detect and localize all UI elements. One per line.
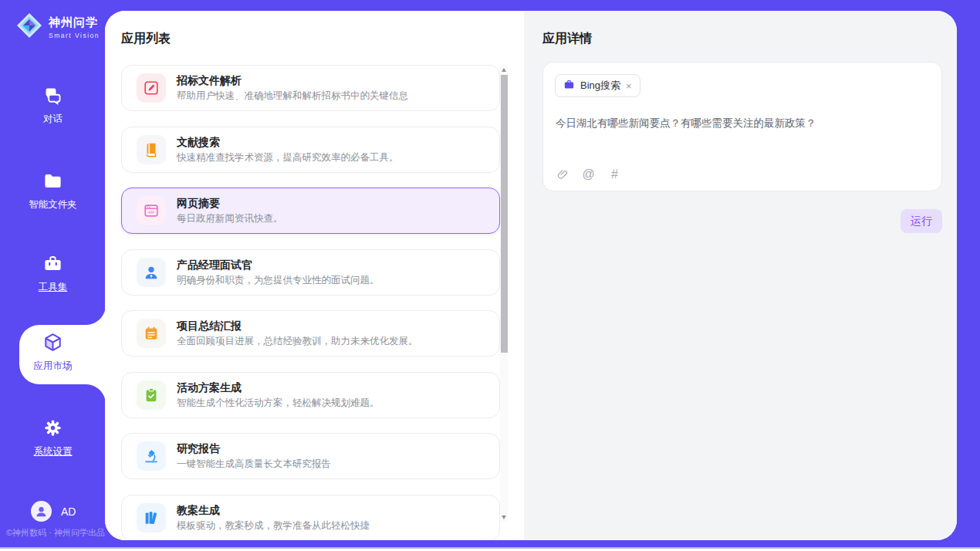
scroll-down-arrow[interactable] — [500, 512, 508, 522]
browser-code-icon: </> — [137, 196, 166, 225]
scroll-up-arrow[interactable] — [500, 65, 508, 74]
sidebar-item-smart-folder[interactable]: 智能文件夹 — [0, 171, 106, 211]
scrollbar-thumb[interactable] — [501, 75, 508, 353]
app-item-desc: 明确身份和职责，为您提供专业性的面试问题。 — [177, 276, 380, 286]
app-item-name: 活动方案生成 — [177, 382, 380, 393]
avatar — [31, 501, 52, 522]
calendar-icon — [137, 319, 166, 348]
folder-icon — [42, 171, 63, 191]
sidebar-item-label: 工具集 — [0, 281, 106, 294]
app-item-name: 招标文件解析 — [177, 75, 408, 86]
sidebar-item-label: 应用市场 — [0, 360, 106, 373]
sidebar-item-app-market[interactable]: 应用市场 — [0, 332, 106, 373]
app-detail-panel: 应用详情 Bing搜索 × 今日湖北有哪些新闻要点？有哪些需要关注的最新政策？ — [524, 11, 957, 540]
paperclip-icon[interactable] — [556, 167, 569, 181]
app-list-scrollbar[interactable] — [500, 65, 508, 522]
clipboard-check-icon — [137, 380, 166, 410]
sidebar: 神州问学 Smart Vision 对话 智能文件夹 — [0, 0, 106, 547]
svg-text:</>: </> — [148, 210, 155, 215]
brand-logo: 神州问学 Smart Vision — [15, 12, 100, 42]
tool-tag-label: Bing搜索 — [580, 79, 620, 93]
microscope-icon — [137, 441, 166, 471]
app-item-desc: 模板驱动，教案秒成，教学准备从此轻松快捷 — [177, 521, 370, 531]
run-button[interactable]: 运行 — [901, 209, 942, 233]
app-item-project-report[interactable]: 项目总结汇报 全面回顾项目进展，总结经验教训，助力未来优化发展。 — [121, 310, 500, 357]
app-list-title: 应用列表 — [121, 31, 171, 47]
chat-icon — [42, 85, 63, 106]
prompt-card: Bing搜索 × 今日湖北有哪些新闻要点？有哪些需要关注的最新政策？ @ # — [542, 62, 942, 191]
sidebar-item-label: 智能文件夹 — [0, 198, 106, 211]
app-item-desc: 全面回顾项目进展，总结经验教训，助力未来优化发展。 — [177, 336, 418, 346]
main-content: 应用列表 招标文件解析 帮助用户快速、准确地理解和解析招标书中的关键信息 — [105, 11, 957, 540]
sidebar-item-label: 系统设置 — [0, 445, 106, 458]
gear-icon — [42, 417, 63, 438]
books-icon — [137, 503, 166, 532]
app-item-name: 项目总结汇报 — [177, 320, 418, 331]
app-item-name: 研究报告 — [177, 443, 331, 454]
app-item-bid-analysis[interactable]: 招标文件解析 帮助用户快速、准确地理解和解析招标书中的关键信息 — [121, 65, 500, 111]
app-list-panel: 应用列表 招标文件解析 帮助用户快速、准确地理解和解析招标书中的关键信息 — [105, 11, 524, 540]
app-item-name: 产品经理面试官 — [177, 259, 380, 270]
tool-tag-bing-search[interactable]: Bing搜索 × — [555, 74, 640, 97]
brand-name: 神州问学 — [49, 15, 100, 30]
brand-subtitle: Smart Vision — [49, 32, 100, 39]
book-icon — [137, 135, 166, 164]
sidebar-item-toolset[interactable]: 工具集 — [0, 253, 106, 294]
app-item-desc: 快速精准查找学术资源，提高研究效率的必备工具。 — [177, 153, 399, 163]
app-item-desc: 一键智能生成高质量长文本研究报告 — [177, 459, 331, 469]
user-account[interactable]: AD — [31, 501, 76, 522]
user-initials: AD — [61, 505, 76, 518]
app-item-research-report[interactable]: 研究报告 一键智能生成高质量长文本研究报告 — [121, 433, 500, 479]
app-item-web-summary[interactable]: </> 网页摘要 每日政府新闻资讯快查。 — [121, 188, 500, 234]
close-icon[interactable]: × — [626, 81, 632, 91]
app-item-desc: 帮助用户快速、准确地理解和解析招标书中的关键信息 — [177, 91, 408, 101]
sidebar-item-settings[interactable]: 系统设置 — [0, 417, 106, 458]
app-item-desc: 每日政府新闻资讯快查。 — [177, 214, 283, 224]
diamond-logo-icon — [15, 12, 43, 42]
app-item-pm-interviewer[interactable]: 产品经理面试官 明确身份和职责，为您提供专业性的面试问题。 — [121, 249, 500, 296]
app-item-lesson-plan[interactable]: 教案生成 模板驱动，教案秒成，教学准备从此轻松快捷 — [121, 495, 500, 541]
bottom-divider — [0, 547, 980, 549]
app-item-name: 网页摘要 — [177, 198, 283, 208]
app-window: 神州问学 Smart Vision 对话 智能文件夹 — [0, 0, 980, 547]
app-list: 招标文件解析 帮助用户快速、准确地理解和解析招标书中的关键信息 文献搜索 — [121, 65, 500, 540]
pen-square-icon — [137, 73, 166, 103]
composer-toolbar: @ # — [556, 167, 621, 181]
app-item-name: 文献搜索 — [177, 137, 399, 147]
cube-icon — [42, 332, 63, 353]
toolbox-icon — [42, 253, 63, 274]
app-detail-title: 应用详情 — [542, 31, 592, 47]
copyright-text: ©神州数码 · 神州问学出品 — [6, 527, 105, 539]
app-item-activity-plan[interactable]: 活动方案生成 智能生成个性化活动方案，轻松解决规划难题。 — [121, 372, 500, 418]
person-tie-icon — [137, 258, 166, 287]
app-item-desc: 智能生成个性化活动方案，轻松解决规划难题。 — [177, 398, 380, 408]
sidebar-item-label: 对话 — [0, 113, 106, 126]
prompt-input[interactable]: 今日湖北有哪些新闻要点？有哪些需要关注的最新政策？ — [556, 117, 926, 130]
briefcase-icon — [563, 79, 575, 93]
sidebar-item-chat[interactable]: 对话 — [0, 85, 106, 126]
hash-icon[interactable]: # — [608, 167, 621, 181]
at-icon[interactable]: @ — [582, 167, 595, 181]
app-item-name: 教案生成 — [177, 505, 370, 516]
app-item-literature-search[interactable]: 文献搜索 快速精准查找学术资源，提高研究效率的必备工具。 — [121, 127, 500, 173]
